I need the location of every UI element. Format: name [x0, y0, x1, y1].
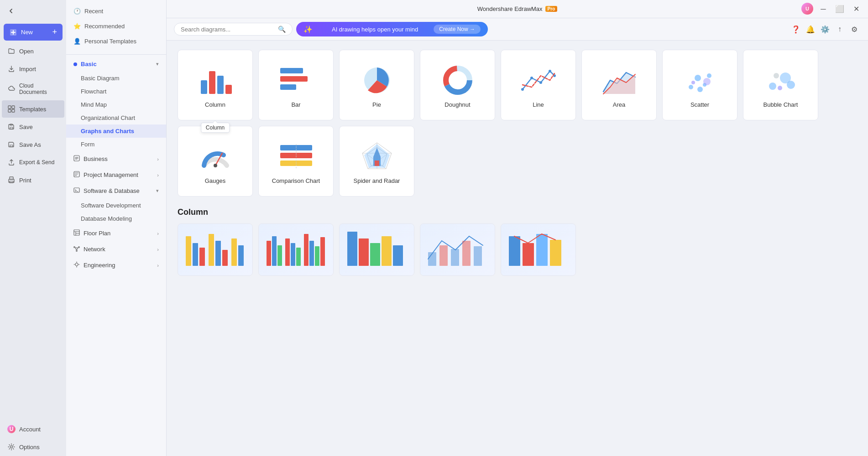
svg-point-41: [691, 81, 695, 84]
sidebar-item-print[interactable]: Print: [2, 171, 64, 189]
chart-card-scatter[interactable]: Scatter: [662, 50, 737, 120]
software-chevron: ▾: [156, 188, 159, 194]
engineering-icon: [73, 261, 80, 269]
open-label: Open: [19, 48, 34, 55]
chart-card-gauges[interactable]: Gauges: [178, 126, 253, 197]
import-label: Import: [19, 66, 36, 73]
svg-rect-67: [231, 238, 237, 266]
line-label: Line: [533, 101, 544, 108]
svg-rect-4: [12, 109, 15, 112]
svg-rect-89: [509, 236, 520, 266]
search-input[interactable]: [181, 26, 276, 33]
svg-point-36: [689, 85, 693, 89]
maximize-button[interactable]: ⬜: [833, 3, 846, 16]
chart-card-bubble[interactable]: Bubble Chart: [743, 50, 818, 120]
import-icon: [7, 65, 16, 73]
top-user-avatar[interactable]: U: [801, 3, 813, 15]
sidebar-item-save[interactable]: Save: [2, 118, 64, 135]
svg-rect-20: [201, 80, 207, 94]
svg-rect-80: [359, 238, 369, 266]
sidebar-item-account[interactable]: U Account: [2, 420, 64, 438]
svg-point-43: [769, 83, 776, 90]
middle-business[interactable]: Business ›: [66, 151, 166, 167]
help-icon[interactable]: ❓: [790, 23, 802, 36]
middle-sub-mindmap[interactable]: Mind Map: [66, 98, 166, 111]
bubble-label: Bubble Chart: [763, 101, 798, 108]
svg-rect-66: [222, 250, 228, 266]
apps-icon[interactable]: ⚙️: [819, 23, 831, 36]
column-label: Column: [205, 101, 225, 108]
svg-rect-86: [451, 249, 459, 266]
project-chevron: ›: [157, 172, 159, 178]
chart-card-comparison[interactable]: Comparison Chart: [258, 126, 334, 197]
template-card-5[interactable]: [501, 223, 576, 276]
chart-card-bar[interactable]: Bar: [258, 50, 334, 120]
chart-card-area[interactable]: Area: [581, 50, 657, 120]
middle-software[interactable]: Software & Database ▾: [66, 183, 166, 199]
top-toolbar: 🔍 ✨ AI drawing helps open your mind Crea…: [167, 18, 868, 41]
chart-card-pie[interactable]: Pie: [339, 50, 414, 120]
settings-icon[interactable]: ⚙: [848, 23, 861, 36]
middle-sub-db-modeling[interactable]: Database Modeling: [66, 212, 166, 225]
middle-personal[interactable]: 👤 Personal Templates: [66, 34, 166, 49]
middle-basic[interactable]: Basic ▾: [66, 57, 166, 72]
recent-label: Recent: [84, 8, 103, 15]
search-box[interactable]: 🔍: [174, 23, 293, 36]
sidebar-item-open[interactable]: Open: [2, 42, 64, 60]
sidebar-item-templates[interactable]: Templates: [2, 100, 64, 118]
middle-sub-form[interactable]: Form: [66, 138, 166, 151]
sidebar-item-save-as[interactable]: Save As: [2, 136, 64, 153]
minimize-button[interactable]: ─: [817, 3, 830, 16]
sidebar-item-import[interactable]: Import: [2, 60, 64, 78]
template-thumb-1: [178, 224, 252, 275]
sidebar-item-new[interactable]: New +: [4, 24, 63, 41]
software-icon: [73, 187, 80, 195]
middle-panel: 🕐 Recent ⭐ Recommended 👤 Personal Templa…: [66, 0, 167, 456]
close-button[interactable]: ✕: [850, 3, 863, 16]
pie-label: Pie: [372, 101, 381, 108]
svg-rect-91: [536, 234, 548, 266]
templates-icon: [7, 105, 16, 113]
bubble-thumb: [760, 62, 801, 98]
middle-sub-flowchart[interactable]: Flowchart: [66, 85, 166, 98]
area-thumb: [599, 62, 640, 98]
scatter-label: Scatter: [690, 101, 709, 108]
svg-rect-69: [267, 241, 271, 266]
middle-sub-basic-diagram[interactable]: Basic Diagram: [66, 72, 166, 85]
chart-card-column[interactable]: Column Column: [178, 50, 253, 120]
chart-card-line[interactable]: Line: [501, 50, 576, 120]
middle-engineering[interactable]: Engineering ›: [66, 257, 166, 273]
chart-card-doughnut[interactable]: Doughnut: [420, 50, 495, 120]
svg-point-46: [787, 81, 795, 89]
svg-rect-2: [12, 106, 15, 109]
svg-rect-68: [238, 245, 244, 266]
middle-network[interactable]: Network ›: [66, 241, 166, 257]
back-button[interactable]: [4, 4, 18, 18]
sidebar-item-cloud[interactable]: Cloud Documents: [2, 78, 64, 100]
sidebar-item-export[interactable]: Export & Send: [2, 154, 64, 171]
bell-icon[interactable]: 🔔: [804, 23, 817, 36]
ai-cta[interactable]: Create Now →: [434, 25, 481, 34]
middle-recommended[interactable]: ⭐ Recommended: [66, 19, 166, 34]
template-card-4[interactable]: [420, 223, 495, 276]
template-card-1[interactable]: [178, 223, 253, 276]
middle-project[interactable]: Project Management ›: [66, 167, 166, 183]
middle-floor[interactable]: Floor Plan ›: [66, 225, 166, 241]
doughnut-label: Doughnut: [444, 101, 470, 108]
middle-sub-graphs[interactable]: Graphs and Charts: [66, 124, 166, 138]
line-thumb: [518, 62, 559, 98]
middle-sub-software-dev[interactable]: Software Development: [66, 199, 166, 212]
template-card-3[interactable]: [339, 223, 414, 276]
middle-recent[interactable]: 🕐 Recent: [66, 4, 166, 19]
comparison-thumb: [276, 138, 317, 175]
svg-rect-21: [209, 71, 215, 94]
basic-chevron: ▾: [156, 61, 159, 67]
ai-banner[interactable]: ✨ AI drawing helps open your mind Create…: [296, 22, 488, 36]
svg-rect-23: [225, 85, 232, 94]
svg-point-39: [697, 87, 703, 92]
middle-sub-org[interactable]: Organizational Chart: [66, 111, 166, 124]
sidebar-item-options[interactable]: Options: [2, 438, 64, 456]
share-icon[interactable]: ↑: [833, 23, 846, 36]
chart-card-spider[interactable]: Spider and Radar: [339, 126, 414, 197]
template-card-2[interactable]: [258, 223, 334, 276]
